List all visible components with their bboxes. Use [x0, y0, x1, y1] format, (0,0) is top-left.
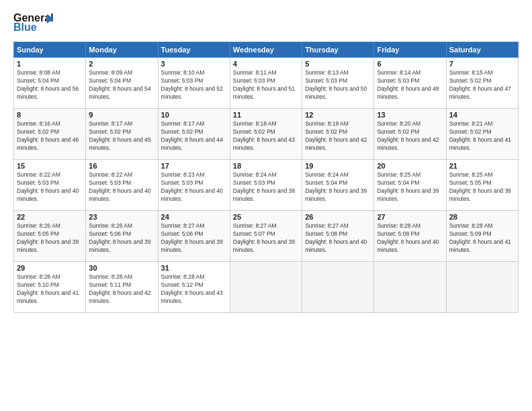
week-row-3: 15Sunrise: 8:22 AMSunset: 5:03 PMDayligh… — [14, 160, 519, 211]
day-number: 12 — [305, 111, 371, 119]
day-cell: 18Sunrise: 8:24 AMSunset: 5:03 PMDayligh… — [230, 160, 302, 211]
day-cell — [230, 262, 302, 313]
day-info: Sunrise: 8:28 AMSunset: 5:12 PMDaylight:… — [161, 273, 227, 306]
day-info: Sunrise: 8:22 AMSunset: 5:03 PMDaylight:… — [17, 171, 83, 203]
day-info: Sunrise: 8:23 AMSunset: 5:03 PMDaylight:… — [161, 171, 227, 203]
day-info: Sunrise: 8:27 AMSunset: 5:06 PMDaylight:… — [161, 222, 227, 255]
day-cell: 21Sunrise: 8:25 AMSunset: 5:05 PMDayligh… — [446, 160, 518, 211]
day-info: Sunrise: 8:17 AMSunset: 5:02 PMDaylight:… — [161, 120, 227, 152]
day-number: 13 — [377, 111, 443, 119]
day-number: 1 — [17, 60, 83, 68]
day-number: 20 — [377, 162, 443, 170]
day-number: 16 — [89, 162, 154, 170]
day-info: Sunrise: 8:08 AMSunset: 5:04 PMDaylight:… — [17, 69, 83, 101]
calendar-table: SundayMondayTuesdayWednesdayThursdayFrid… — [13, 42, 519, 313]
day-number: 24 — [161, 213, 227, 221]
day-number: 14 — [449, 111, 515, 119]
day-cell: 26Sunrise: 8:27 AMSunset: 5:08 PMDayligh… — [302, 211, 374, 262]
day-info: Sunrise: 8:28 AMSunset: 5:08 PMDaylight:… — [377, 222, 443, 255]
col-header-wednesday: Wednesday — [230, 42, 302, 58]
day-cell: 8Sunrise: 8:16 AMSunset: 5:02 PMDaylight… — [14, 109, 86, 160]
day-number: 28 — [449, 213, 515, 221]
day-cell: 1Sunrise: 8:08 AMSunset: 5:04 PMDaylight… — [14, 58, 86, 109]
day-number: 31 — [161, 264, 227, 272]
day-info: Sunrise: 8:14 AMSunset: 5:03 PMDaylight:… — [377, 69, 443, 101]
day-number: 30 — [89, 264, 154, 272]
day-cell: 11Sunrise: 8:18 AMSunset: 5:02 PMDayligh… — [230, 109, 302, 160]
day-number: 17 — [161, 162, 227, 170]
day-cell: 12Sunrise: 8:19 AMSunset: 5:02 PMDayligh… — [302, 109, 374, 160]
day-cell — [302, 262, 374, 313]
day-cell: 25Sunrise: 8:27 AMSunset: 5:07 PMDayligh… — [230, 211, 302, 262]
header-row: SundayMondayTuesdayWednesdayThursdayFrid… — [14, 42, 519, 58]
col-header-friday: Friday — [374, 42, 446, 58]
day-number: 22 — [17, 213, 83, 221]
day-info: Sunrise: 8:18 AMSunset: 5:02 PMDaylight:… — [233, 120, 299, 152]
day-info: Sunrise: 8:26 AMSunset: 5:05 PMDaylight:… — [17, 222, 83, 255]
logo: GeneralBlue — [13, 11, 60, 35]
day-number: 4 — [233, 60, 299, 68]
day-number: 3 — [161, 60, 227, 68]
day-cell: 4Sunrise: 8:11 AMSunset: 5:03 PMDaylight… — [230, 58, 302, 109]
day-number: 9 — [89, 111, 154, 119]
day-info: Sunrise: 8:13 AMSunset: 5:03 PMDaylight:… — [305, 69, 371, 101]
day-cell: 2Sunrise: 8:09 AMSunset: 5:04 PMDaylight… — [86, 58, 158, 109]
header: GeneralBlue — [13, 11, 519, 35]
day-cell: 19Sunrise: 8:24 AMSunset: 5:04 PMDayligh… — [302, 160, 374, 211]
day-number: 5 — [305, 60, 371, 68]
day-info: Sunrise: 8:17 AMSunset: 5:02 PMDaylight:… — [89, 120, 154, 152]
day-number: 29 — [17, 264, 83, 272]
day-cell: 6Sunrise: 8:14 AMSunset: 5:03 PMDaylight… — [374, 58, 446, 109]
day-cell: 16Sunrise: 8:22 AMSunset: 5:03 PMDayligh… — [86, 160, 158, 211]
day-cell: 24Sunrise: 8:27 AMSunset: 5:06 PMDayligh… — [158, 211, 230, 262]
col-header-tuesday: Tuesday — [158, 42, 230, 58]
day-cell: 20Sunrise: 8:25 AMSunset: 5:04 PMDayligh… — [374, 160, 446, 211]
day-info: Sunrise: 8:25 AMSunset: 5:04 PMDaylight:… — [377, 171, 443, 203]
day-cell: 15Sunrise: 8:22 AMSunset: 5:03 PMDayligh… — [14, 160, 86, 211]
day-info: Sunrise: 8:20 AMSunset: 5:02 PMDaylight:… — [377, 120, 443, 152]
day-number: 19 — [305, 162, 371, 170]
day-info: Sunrise: 8:21 AMSunset: 5:02 PMDaylight:… — [449, 120, 515, 152]
day-number: 2 — [89, 60, 154, 68]
day-cell: 7Sunrise: 8:15 AMSunset: 5:02 PMDaylight… — [446, 58, 518, 109]
day-info: Sunrise: 8:25 AMSunset: 5:05 PMDaylight:… — [449, 171, 515, 203]
week-row-5: 29Sunrise: 8:28 AMSunset: 5:10 PMDayligh… — [14, 262, 519, 313]
day-cell: 9Sunrise: 8:17 AMSunset: 5:02 PMDaylight… — [86, 109, 158, 160]
day-cell: 17Sunrise: 8:23 AMSunset: 5:03 PMDayligh… — [158, 160, 230, 211]
day-info: Sunrise: 8:26 AMSunset: 5:06 PMDaylight:… — [89, 222, 154, 255]
day-number: 26 — [305, 213, 371, 221]
day-info: Sunrise: 8:15 AMSunset: 5:02 PMDaylight:… — [449, 69, 515, 101]
day-cell: 22Sunrise: 8:26 AMSunset: 5:05 PMDayligh… — [14, 211, 86, 262]
day-cell: 30Sunrise: 8:28 AMSunset: 5:11 PMDayligh… — [86, 262, 158, 313]
day-number: 7 — [449, 60, 515, 68]
day-info: Sunrise: 8:16 AMSunset: 5:02 PMDaylight:… — [17, 120, 83, 152]
day-info: Sunrise: 8:24 AMSunset: 5:04 PMDaylight:… — [305, 171, 371, 203]
day-cell: 23Sunrise: 8:26 AMSunset: 5:06 PMDayligh… — [86, 211, 158, 262]
day-cell: 31Sunrise: 8:28 AMSunset: 5:12 PMDayligh… — [158, 262, 230, 313]
day-info: Sunrise: 8:28 AMSunset: 5:09 PMDaylight:… — [449, 222, 515, 255]
day-number: 25 — [233, 213, 299, 221]
day-cell: 5Sunrise: 8:13 AMSunset: 5:03 PMDaylight… — [302, 58, 374, 109]
svg-text:Blue: Blue — [13, 21, 37, 33]
day-cell — [446, 262, 518, 313]
day-info: Sunrise: 8:19 AMSunset: 5:02 PMDaylight:… — [305, 120, 371, 152]
day-number: 15 — [17, 162, 83, 170]
day-info: Sunrise: 8:09 AMSunset: 5:04 PMDaylight:… — [89, 69, 154, 101]
day-cell: 13Sunrise: 8:20 AMSunset: 5:02 PMDayligh… — [374, 109, 446, 160]
day-info: Sunrise: 8:27 AMSunset: 5:07 PMDaylight:… — [233, 222, 299, 255]
logo-svg: GeneralBlue — [13, 11, 60, 35]
day-info: Sunrise: 8:24 AMSunset: 5:03 PMDaylight:… — [233, 171, 299, 203]
day-number: 21 — [449, 162, 515, 170]
day-number: 8 — [17, 111, 83, 119]
day-info: Sunrise: 8:11 AMSunset: 5:03 PMDaylight:… — [233, 69, 299, 101]
day-cell: 14Sunrise: 8:21 AMSunset: 5:02 PMDayligh… — [446, 109, 518, 160]
day-cell — [374, 262, 446, 313]
day-cell: 28Sunrise: 8:28 AMSunset: 5:09 PMDayligh… — [446, 211, 518, 262]
week-row-1: 1Sunrise: 8:08 AMSunset: 5:04 PMDaylight… — [14, 58, 519, 109]
day-cell: 10Sunrise: 8:17 AMSunset: 5:02 PMDayligh… — [158, 109, 230, 160]
day-info: Sunrise: 8:28 AMSunset: 5:11 PMDaylight:… — [89, 273, 154, 306]
day-number: 11 — [233, 111, 299, 119]
day-info: Sunrise: 8:28 AMSunset: 5:10 PMDaylight:… — [17, 273, 83, 306]
day-info: Sunrise: 8:22 AMSunset: 5:03 PMDaylight:… — [89, 171, 154, 203]
col-header-thursday: Thursday — [302, 42, 374, 58]
